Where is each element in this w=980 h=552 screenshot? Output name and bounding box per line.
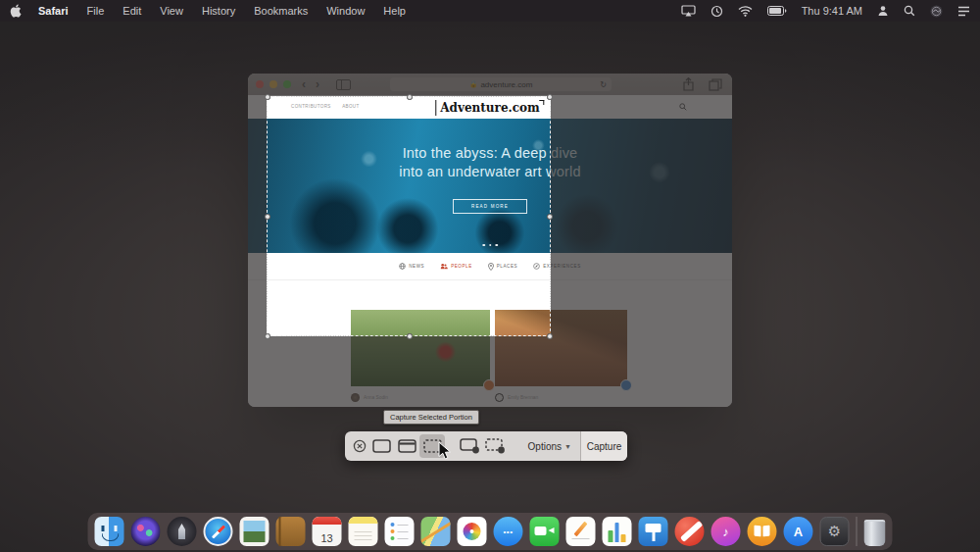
dock-trash-icon[interactable] bbox=[864, 520, 886, 546]
avatar bbox=[351, 393, 360, 402]
spotlight-search-icon[interactable] bbox=[904, 5, 915, 17]
siri-menu-icon[interactable] bbox=[930, 5, 943, 18]
selection-handle[interactable] bbox=[547, 214, 553, 220]
dock-siri-icon[interactable] bbox=[131, 517, 161, 546]
selection-handle[interactable] bbox=[265, 214, 270, 220]
capture-selected-window-button[interactable] bbox=[394, 434, 419, 458]
dock-notes-icon[interactable] bbox=[349, 517, 378, 546]
sidebar-icon[interactable] bbox=[336, 79, 351, 90]
author-name: Emily Brennan bbox=[508, 395, 538, 400]
dock: 13 ••• ♪ A ⚙ bbox=[88, 513, 893, 550]
dock-contacts-icon[interactable] bbox=[276, 517, 306, 546]
record-selected-portion-button[interactable] bbox=[482, 434, 508, 458]
menu-item-view[interactable]: View bbox=[160, 5, 183, 17]
dock-facetime-icon[interactable] bbox=[530, 517, 560, 546]
menu-bar-clock[interactable]: Thu 9:41 AM bbox=[802, 5, 862, 17]
dock-messages-icon[interactable]: ••• bbox=[494, 517, 523, 546]
battery-icon[interactable] bbox=[767, 6, 787, 16]
minimize-window-button[interactable] bbox=[270, 80, 277, 88]
lock-icon: 🔒 bbox=[469, 80, 478, 88]
menu-item-file[interactable]: File bbox=[87, 5, 105, 17]
tooltip: Capture Selected Portion bbox=[383, 410, 479, 425]
apple-menu-icon[interactable] bbox=[10, 4, 22, 18]
avatar bbox=[495, 393, 504, 402]
menu-item-safari[interactable]: Safari bbox=[38, 5, 69, 17]
tabs-icon[interactable] bbox=[709, 78, 722, 91]
user-icon[interactable] bbox=[877, 5, 889, 17]
selection-handle[interactable] bbox=[265, 333, 270, 339]
url-text: adventure.com bbox=[480, 80, 532, 89]
menu-item-bookmarks[interactable]: Bookmarks bbox=[254, 5, 308, 17]
dock-appstore-icon[interactable]: A bbox=[784, 517, 813, 546]
forward-icon[interactable]: › bbox=[316, 79, 319, 89]
close-toolbar-icon[interactable] bbox=[353, 439, 367, 453]
dock-preview-icon[interactable] bbox=[240, 517, 270, 546]
selection-handle[interactable] bbox=[407, 333, 413, 339]
record-entire-screen-button[interactable] bbox=[457, 434, 482, 458]
dock-launchpad-icon[interactable] bbox=[168, 517, 197, 546]
capture-button[interactable]: Capture bbox=[580, 431, 627, 461]
close-window-button[interactable] bbox=[256, 80, 264, 88]
selection-handle[interactable] bbox=[407, 94, 413, 100]
dock-reminders-icon[interactable] bbox=[385, 517, 415, 546]
time-machine-icon[interactable] bbox=[710, 5, 723, 18]
dock-finder-icon[interactable] bbox=[95, 517, 124, 546]
notification-center-icon[interactable] bbox=[957, 6, 970, 17]
selection-handle[interactable] bbox=[265, 94, 270, 100]
screen-mirroring-icon[interactable] bbox=[681, 5, 696, 17]
menu-bar: Safari File Edit View History Bookmarks … bbox=[0, 0, 980, 22]
back-icon[interactable]: ‹ bbox=[302, 79, 306, 89]
capture-selection-region[interactable] bbox=[267, 96, 551, 336]
dock-numbers-icon[interactable] bbox=[603, 517, 632, 546]
zoom-window-button[interactable] bbox=[283, 80, 291, 88]
category-badge bbox=[483, 379, 495, 391]
dock-system-preferences-icon[interactable]: ⚙ bbox=[820, 517, 850, 546]
dock-calendar-icon[interactable]: 13 bbox=[313, 517, 342, 546]
dock-itunes-icon[interactable]: ♪ bbox=[711, 517, 741, 546]
capture-entire-screen-button[interactable] bbox=[368, 434, 394, 458]
dock-keynote-icon[interactable] bbox=[639, 517, 668, 546]
menu-item-help[interactable]: Help bbox=[383, 5, 406, 17]
dock-news-icon[interactable] bbox=[675, 517, 705, 546]
address-bar[interactable]: 🔒 adventure.com ↻ bbox=[390, 77, 612, 91]
dock-books-icon[interactable] bbox=[748, 517, 777, 546]
selection-handle[interactable] bbox=[547, 94, 553, 100]
chevron-down-icon: ▼ bbox=[564, 443, 571, 450]
selection-handle[interactable] bbox=[547, 333, 553, 339]
category-badge bbox=[620, 379, 632, 391]
dock-pages-icon[interactable] bbox=[566, 517, 596, 546]
menu-item-history[interactable]: History bbox=[202, 5, 235, 17]
safari-toolbar: ‹ › 🔒 adventure.com ↻ bbox=[248, 74, 732, 95]
wifi-icon[interactable] bbox=[738, 6, 753, 17]
screenshot-toolbar: Options▼ Capture bbox=[345, 431, 627, 461]
menu-item-window[interactable]: Window bbox=[326, 5, 365, 17]
dock-separator bbox=[857, 517, 858, 546]
reload-icon[interactable]: ↻ bbox=[600, 80, 607, 89]
dock-safari-icon[interactable] bbox=[204, 517, 233, 546]
dock-photos-icon[interactable] bbox=[458, 517, 487, 546]
options-button[interactable]: Options▼ bbox=[519, 431, 580, 461]
dock-maps-icon[interactable] bbox=[421, 517, 451, 546]
share-icon[interactable] bbox=[682, 77, 695, 91]
menu-item-edit[interactable]: Edit bbox=[122, 5, 141, 17]
mouse-cursor bbox=[438, 441, 452, 461]
search-icon[interactable] bbox=[679, 103, 687, 111]
desktop: ‹ › 🔒 adventure.com ↻ bbox=[0, 0, 980, 552]
author-name: Anna Sodin bbox=[364, 395, 388, 400]
